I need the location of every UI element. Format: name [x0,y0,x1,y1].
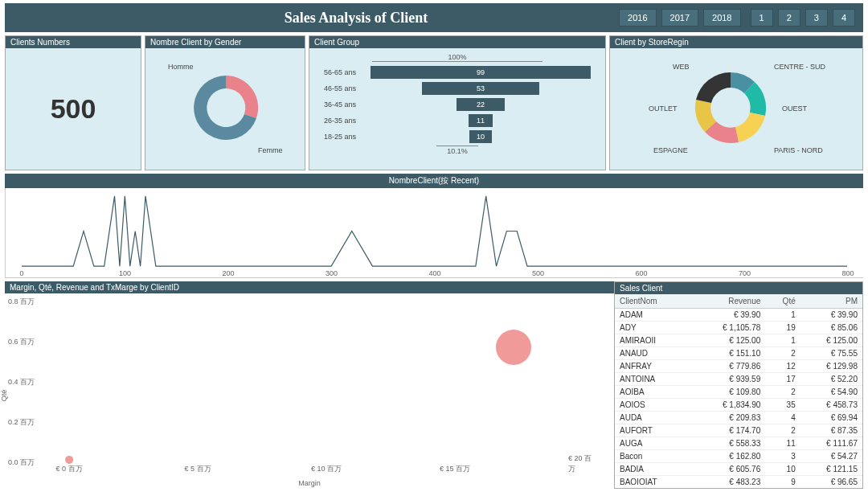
table-cell: € 162.80 [686,450,765,463]
card-store-region[interactable]: Client by StoreRegin WEB CENTRE - SUD OU… [609,35,863,170]
page-button-4[interactable]: 4 [833,9,855,27]
x-tick: 300 [326,269,338,277]
scatter-bubble[interactable] [65,456,73,464]
table-cell: ANFRAY [615,360,686,373]
table-cell: € 174.70 [686,424,765,437]
table-row[interactable]: AUFORT€ 174.702€ 87.35 [615,424,862,437]
card-clients-numbers[interactable]: Clients Numbers 500 [5,35,141,170]
x-tick: 400 [428,269,440,277]
x-tick: 700 [739,269,751,277]
x-tick: 200 [222,269,234,277]
scatter-bubble[interactable] [496,330,531,365]
header-buttons: 201620172018 1234 [619,9,855,27]
table-cell: 1 [765,334,800,347]
scatter-x-tick: € 15 百万 [440,464,470,474]
table-cell: € 125.00 [686,334,765,347]
funnel-bar[interactable]: 22 [457,98,506,111]
table-cell: € 87.35 [800,424,862,437]
table-cell: BADIA [615,463,686,476]
table-cell: € 121.15 [800,463,862,476]
table-cell: 11 [765,437,800,450]
table-row[interactable]: ANTOINA€ 939.5917€ 52.20 [615,373,862,386]
year-button-2017[interactable]: 2017 [661,9,698,27]
table-cell: € 151.10 [686,347,765,360]
region-label-centre: CENTRE - SUD [774,63,825,71]
table-row[interactable]: AUGA€ 558.3311€ 111.67 [615,437,862,450]
table-row[interactable]: BADIA€ 605.7610€ 121.15 [615,463,862,476]
page-button-3[interactable]: 3 [805,9,828,27]
year-slicer: 201620172018 [619,9,740,27]
table-cell: 10 [765,463,800,476]
table-header[interactable]: ClientNom [615,294,686,309]
table-row[interactable]: AOIBA€ 109.802€ 54.90 [615,386,862,399]
table-cell: € 483.23 [686,476,765,489]
table-header[interactable]: Qté [765,294,800,309]
scatter-x-tick: € 10 百万 [311,464,342,474]
table-header[interactable]: Revenue [686,294,765,309]
table-cell: € 605.76 [686,463,765,476]
table-cell: AUGA [615,437,686,450]
table-cell: Bacon [615,450,686,463]
table-cell: € 39.90 [800,309,862,322]
mid-chart[interactable]: 123 0100200300400500600700800 [5,188,863,278]
card-title: Client Group [309,36,605,48]
table-row[interactable]: AOIOS€ 1,834.9035€ 458.73 [615,399,862,412]
scatter-y-tick: 0.6 百万 [8,337,35,347]
table-cell: 1 [765,309,800,322]
table-row[interactable]: Bacon€ 162.803€ 54.27 [615,450,862,463]
table-cell: € 96.65 [800,476,862,489]
table-cell: 2 [765,386,800,399]
gender-label-femme: Femme [258,146,283,154]
funnel-row: 46-55 ans53 [324,81,591,96]
scatter-x-label: Margin [298,479,321,487]
table-cell: € 209.83 [686,412,765,424]
table-cell: € 779.86 [686,360,765,373]
funnel-bar[interactable]: 11 [469,114,493,127]
table-row[interactable]: ADY€ 1,105.7819€ 85.06 [615,322,862,334]
line-chart-svg [6,188,863,277]
table-cell: 17 [765,373,800,386]
scatter-panel[interactable]: Margin, Qté, Revenue and TxMarge by Clie… [5,281,614,489]
region-label-paris: PARIS - NORD [774,146,823,154]
year-button-2016[interactable]: 2016 [619,9,656,27]
mid-chart-title: NombreClient(按 Recent) [5,174,863,188]
table-row[interactable]: BAOIOIAT€ 483.239€ 96.65 [615,476,862,489]
table-row[interactable]: ANFRAY€ 779.8612€ 129.98 [615,360,862,373]
gender-label-homme: Homme [168,63,194,71]
funnel-bar[interactable]: 99 [371,66,591,79]
table-cell: 2 [765,424,800,437]
table-cell: € 85.06 [800,322,862,334]
funnel-label: 36-45 ans [324,100,371,109]
scatter-y-tick: 0.4 百万 [8,377,35,387]
funnel-label: 26-35 ans [324,117,371,125]
funnel-top-pct: 100% [372,53,542,62]
card-title: Client by StoreRegin [610,36,862,48]
card-gender[interactable]: Nombre Client by Gender Homme Femme [145,35,305,170]
page-button-1[interactable]: 1 [751,9,773,27]
table-cell: ADY [615,322,686,334]
funnel-label: 18-25 ans [324,133,371,141]
year-button-2018[interactable]: 2018 [703,9,740,27]
table-header[interactable]: PM [800,294,862,309]
sales-client-panel[interactable]: Sales Client ClientNomRevenueQtéPM ADAM€… [614,281,863,489]
funnel-bottom-pct: 10.1% [436,146,478,155]
x-tick: 800 [841,269,854,277]
scatter-x-tick: € 0 百万 [55,464,82,474]
table-row[interactable]: AUDA€ 209.834€ 69.94 [615,412,862,424]
table-cell: 2 [765,347,800,360]
scatter-y-tick: 0.0 百万 [8,457,35,468]
page-button-2[interactable]: 2 [778,9,800,27]
funnel-bar[interactable]: 10 [469,130,492,143]
funnel-bar[interactable]: 53 [422,82,540,95]
table-row[interactable]: AMIRAOII€ 125.001€ 125.00 [615,334,862,347]
table-row[interactable]: ADAM€ 39.901€ 39.90 [615,309,862,322]
table-cell: BAOIOIAT [615,476,686,489]
table-cell: AOIOS [615,399,686,412]
x-tick: 0 [19,269,23,277]
funnel-row: 36-45 ans22 [324,97,591,112]
sales-table: ClientNomRevenueQtéPM ADAM€ 39.901€ 39.9… [615,294,862,488]
table-row[interactable]: ANAUD€ 151.102€ 75.55 [615,347,862,360]
table-cell: € 75.55 [800,347,862,360]
card-client-group[interactable]: Client Group 100% 56-65 ans9946-55 ans53… [309,35,606,170]
table-cell: 9 [765,476,800,489]
